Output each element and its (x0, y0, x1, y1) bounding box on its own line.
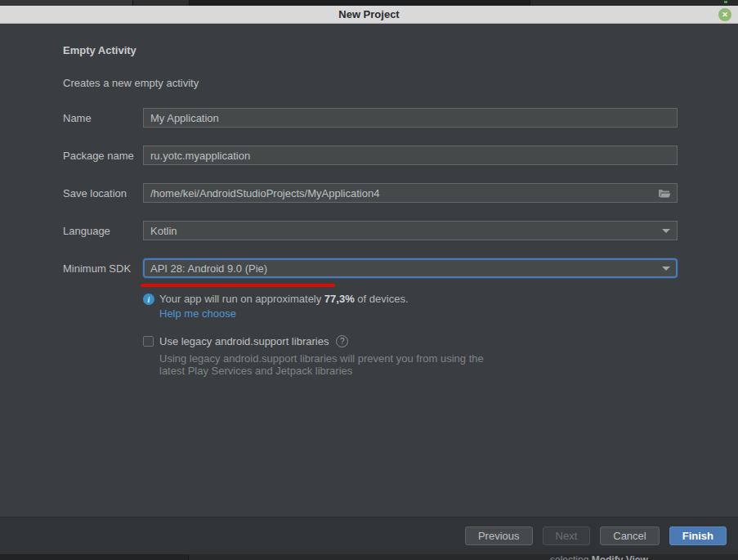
name-input[interactable] (143, 108, 678, 128)
dialog-title-bar: New Project ✕ (0, 6, 738, 24)
language-row: Language Kotlin (63, 221, 678, 240)
minimum-sdk-label: Minimum SDK (63, 262, 143, 275)
chevron-down-icon (662, 267, 670, 271)
save-location-value: /home/kei/AndroidStudioProjects/MyApplic… (150, 187, 379, 199)
minimum-sdk-value: API 28: Android 9.0 (Pie) (150, 262, 655, 275)
help-icon[interactable]: ? (336, 335, 348, 347)
package-name-input[interactable] (143, 146, 678, 165)
language-value: Kotlin (150, 225, 655, 237)
info-icon: i (143, 293, 154, 305)
sdk-info-text: Your app will run on approximately 77,3%… (159, 293, 409, 305)
package-row: Package name (63, 146, 678, 165)
sdk-info-row: i Your app will run on approximately 77,… (143, 293, 409, 305)
help-me-choose-link[interactable]: Help me choose (159, 307, 236, 320)
background-panel (189, 0, 530, 6)
language-label: Language (63, 225, 143, 237)
save-location-label: Save location (63, 187, 143, 199)
name-label: Name (63, 112, 143, 124)
save-location-input[interactable]: /home/kei/AndroidStudioProjects/MyApplic… (143, 183, 678, 203)
next-button[interactable]: Next (543, 526, 591, 545)
legacy-support-label: Use legacy android.support libraries (159, 335, 329, 347)
minimum-sdk-row: Minimum SDK API 28: Android 9.0 (Pie) (63, 258, 678, 278)
package-label: Package name (63, 150, 143, 162)
new-project-dialog-body: Empty Activity Creates a new empty activ… (0, 24, 738, 517)
background-window-bottom: selecting Modify View (0, 554, 738, 560)
save-location-row: Save location /home/kei/AndroidStudioPro… (63, 183, 678, 203)
background-panel (530, 0, 738, 6)
template-heading: Empty Activity (63, 44, 136, 56)
background-panel (0, 554, 189, 560)
background-panel (132, 0, 189, 6)
previous-button[interactable]: Previous (465, 526, 533, 545)
background-partial-text: selecting Modify View (550, 554, 648, 560)
browse-folder-button[interactable] (657, 186, 672, 199)
device-percentage: 77,3% (324, 293, 355, 305)
minimum-sdk-dropdown[interactable]: API 28: Android 9.0 (Pie) (143, 258, 678, 278)
legacy-support-row: Use legacy android.support libraries ? (143, 335, 348, 347)
background-artifact (724, 1, 727, 3)
chevron-down-icon (662, 229, 670, 233)
name-row: Name (63, 108, 678, 128)
close-icon: ✕ (722, 11, 728, 19)
language-dropdown[interactable]: Kotlin (143, 221, 678, 240)
dialog-footer: Previous Next Cancel Finish (0, 517, 738, 554)
legacy-support-description: Using legacy android.support libraries w… (159, 352, 484, 377)
cancel-button[interactable]: Cancel (600, 526, 659, 545)
legacy-support-checkbox[interactable] (143, 336, 154, 347)
background-window-top (0, 0, 738, 6)
dialog-title: New Project (338, 8, 399, 20)
finish-button[interactable]: Finish (669, 526, 727, 545)
background-panel (0, 0, 132, 6)
red-underline-annotation (141, 284, 335, 287)
template-subtitle: Creates a new empty activity (63, 77, 199, 89)
folder-icon (658, 188, 671, 199)
close-button[interactable]: ✕ (718, 8, 731, 21)
